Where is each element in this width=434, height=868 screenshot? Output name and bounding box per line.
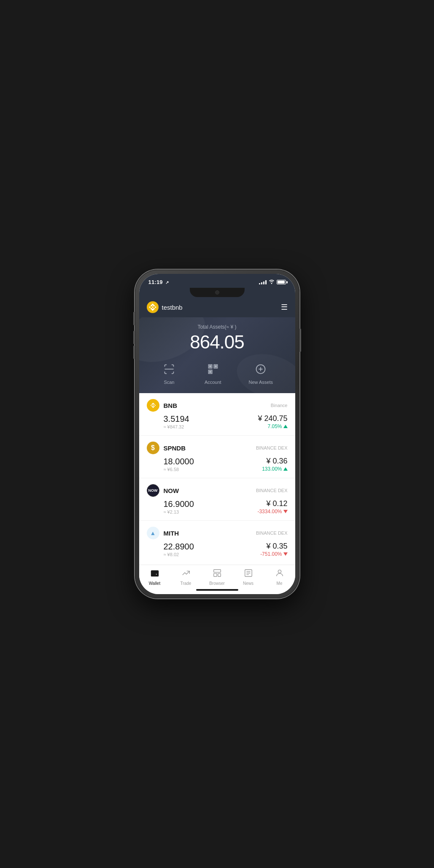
mith-name: MITH	[164, 530, 179, 537]
svg-point-17	[256, 365, 265, 374]
phone-screen: 11:19 ↗	[139, 274, 295, 594]
spndb-change: 133.00%	[262, 466, 287, 472]
new-assets-button[interactable]: New Assets	[249, 361, 273, 385]
notch-camera	[215, 290, 219, 295]
now-asset-icon: NOW	[147, 484, 159, 497]
asset-item-now[interactable]: NOW NOW BINANCE DEX 16.9000 ≈ ¥2.13 ¥ 0.…	[139, 478, 295, 521]
signal-icon	[259, 280, 267, 284]
status-time: 11:19 ↗	[148, 279, 169, 285]
browser-nav-label: Browser	[209, 581, 225, 586]
svg-rect-7	[210, 371, 211, 373]
new-assets-label: New Assets	[249, 380, 273, 385]
trade-icon	[181, 568, 191, 580]
spndb-name: SPNDB	[164, 445, 186, 452]
trade-nav-label: Trade	[181, 581, 191, 586]
asset-list: BNB Binance 3.5194 ≈ ¥847.32 ¥ 240.75 7.…	[139, 393, 295, 565]
now-cny: ≈ ¥2.13	[164, 509, 194, 514]
asset-item-mith[interactable]: ▲ MITH BINANCE DEX 22.8900 ≈ ¥8.02 ¥ 0.3…	[139, 521, 295, 563]
bnb-exchange: Binance	[271, 403, 288, 408]
scan-button[interactable]: Scan	[161, 361, 177, 385]
mith-price: ¥ 0.35	[266, 542, 287, 551]
svg-rect-21	[213, 570, 221, 572]
person-icon	[275, 568, 284, 580]
bnb-change: 7.05%	[267, 423, 287, 429]
now-price: ¥ 0.12	[266, 499, 287, 508]
now-amount: 16.9000	[164, 499, 194, 509]
total-assets-label: Total Assets(≈ ¥ )	[148, 324, 287, 330]
mith-cny: ≈ ¥8.02	[164, 552, 194, 557]
me-nav-label: Me	[277, 581, 283, 586]
status-icons	[259, 279, 286, 285]
battery-icon	[277, 280, 286, 284]
svg-rect-6	[215, 366, 216, 367]
now-exchange: BINANCE DEX	[256, 488, 288, 493]
now-change: -3334.00%	[257, 509, 287, 514]
up-arrow-icon	[283, 467, 288, 471]
asset-item-bnb[interactable]: BNB Binance 3.5194 ≈ ¥847.32 ¥ 240.75 7.…	[139, 393, 295, 436]
home-indicator	[139, 587, 295, 594]
spndb-cny: ≈ ¥6.58	[164, 467, 194, 472]
nav-browser[interactable]: Browser	[205, 568, 230, 586]
nav-trade[interactable]: Trade	[173, 568, 199, 586]
total-assets-value: 864.05	[148, 332, 287, 353]
nav-me[interactable]: Me	[267, 568, 292, 586]
down-arrow-icon	[283, 552, 288, 556]
bnb-amount: 3.5194	[164, 414, 189, 424]
mith-asset-icon: ▲	[147, 527, 159, 539]
mith-exchange: BINANCE DEX	[256, 530, 288, 536]
bottom-nav: Wallet Trade	[139, 565, 295, 587]
svg-rect-23	[218, 573, 220, 576]
wifi-icon	[269, 279, 275, 285]
now-name: NOW	[164, 487, 179, 494]
svg-point-28	[278, 570, 281, 573]
scan-icon	[161, 361, 177, 377]
hero-actions: Scan	[148, 359, 287, 385]
spndb-price: ¥ 0.36	[266, 457, 287, 466]
app-header: testbnb ☰	[139, 297, 295, 317]
news-nav-label: News	[243, 581, 253, 586]
hero-section: Total Assets(≈ ¥ ) 864.05 Scan	[139, 317, 295, 393]
plus-circle-icon	[253, 361, 269, 377]
nav-news[interactable]: News	[236, 568, 261, 586]
bnb-name: BNB	[164, 402, 178, 409]
nav-wallet[interactable]: Wallet	[142, 568, 167, 586]
browser-icon	[213, 568, 222, 580]
menu-button[interactable]: ☰	[281, 303, 288, 311]
username-label: testbnb	[162, 304, 183, 311]
spndb-asset-icon: $	[147, 442, 159, 454]
account-button[interactable]: Account	[205, 361, 221, 385]
scan-label: Scan	[164, 380, 174, 385]
mith-amount: 22.8900	[164, 542, 194, 552]
svg-rect-22	[213, 573, 216, 576]
wallet-icon	[150, 568, 159, 580]
phone-frame: 11:19 ↗	[135, 270, 299, 598]
home-bar	[196, 589, 238, 591]
spndb-exchange: BINANCE DEX	[256, 445, 288, 450]
header-left: testbnb	[147, 301, 183, 313]
spndb-amount: 18.0000	[164, 457, 194, 466]
wallet-nav-label: Wallet	[149, 581, 160, 586]
bnb-asset-icon	[147, 399, 159, 412]
notch	[139, 288, 295, 297]
bnb-cny: ≈ ¥847.32	[164, 424, 189, 429]
bnb-logo-icon	[147, 301, 159, 313]
bnb-price: ¥ 240.75	[258, 414, 287, 423]
qr-icon	[205, 361, 221, 377]
asset-item-spndb[interactable]: $ SPNDB BINANCE DEX 18.0000 ≈ ¥6.58 ¥ 0.…	[139, 436, 295, 478]
status-bar: 11:19 ↗	[139, 274, 295, 288]
down-arrow-icon	[283, 510, 288, 513]
up-arrow-icon	[283, 425, 288, 428]
news-icon	[244, 568, 253, 580]
svg-rect-5	[210, 366, 211, 367]
mith-change: -751.00%	[260, 551, 287, 557]
account-label: Account	[205, 380, 221, 385]
